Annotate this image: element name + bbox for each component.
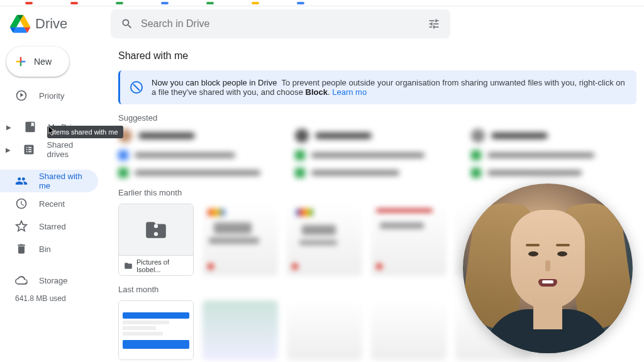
sidebar: New Priority ▶ My Drive ▶ Shared drives …	[0, 41, 106, 362]
sidebar-item-label: Priority	[39, 91, 64, 101]
product-name: Drive	[35, 16, 67, 32]
file-card[interactable]	[287, 204, 362, 276]
cloud-icon	[15, 274, 28, 287]
bin-icon	[15, 243, 28, 255]
shared-with-me-icon	[15, 175, 28, 187]
file-name: Pictures of Isobel...	[136, 258, 188, 273]
plus-icon	[14, 55, 28, 69]
browser-tab-strip	[0, 0, 644, 6]
search-bar[interactable]	[111, 9, 450, 38]
search-options-icon[interactable]	[428, 18, 440, 30]
chevron-right-icon: ▶	[5, 124, 13, 131]
folder-icon	[124, 261, 133, 270]
sidebar-item-priority[interactable]: Priority	[0, 84, 98, 107]
sidebar-item-storage[interactable]: Storage	[0, 269, 98, 292]
new-button[interactable]: New	[6, 47, 69, 77]
recent-icon	[15, 197, 28, 210]
file-card[interactable]	[371, 204, 447, 276]
info-banner: Now you can block people in Drive To pre…	[118, 70, 636, 104]
section-suggested: Suggested	[118, 113, 636, 123]
learn-more-link[interactable]: Learn mo	[332, 87, 367, 97]
banner-text: Now you can block people in Drive To pre…	[152, 78, 626, 97]
drive-logo[interactable]: Drive	[10, 14, 106, 34]
file-card[interactable]	[118, 300, 194, 360]
sidebar-item-label: Starred	[39, 222, 66, 231]
tooltip: Items shared with me	[47, 126, 123, 138]
sidebar-item-recent[interactable]: Recent	[0, 192, 98, 215]
mydrive-icon	[24, 121, 36, 133]
new-button-label: New	[34, 57, 52, 67]
suggested-grid	[118, 129, 636, 178]
sidebar-item-sharedwithme[interactable]: Shared with me	[0, 170, 98, 192]
file-card[interactable]	[203, 204, 278, 276]
sidebar-item-label: Shared drives	[47, 140, 91, 159]
star-icon	[15, 220, 28, 233]
sidebar-item-label: Bin	[39, 244, 51, 254]
page-title: Shared with me	[118, 50, 636, 62]
file-card[interactable]	[287, 300, 362, 360]
file-card[interactable]	[371, 300, 447, 360]
search-input[interactable]	[141, 18, 420, 30]
sidebar-item-starred[interactable]: Starred	[0, 215, 98, 238]
cursor-icon	[48, 126, 55, 136]
sidebar-item-shareddrives[interactable]: ▶ Shared drives	[0, 138, 98, 161]
chevron-right-icon: ▶	[5, 146, 11, 153]
shared-folder-icon	[142, 218, 170, 242]
file-card-folder[interactable]: Pictures of Isobel...	[118, 204, 194, 276]
file-card[interactable]	[203, 300, 278, 360]
sidebar-item-label: Shared with me	[39, 172, 91, 190]
shared-drives-icon	[23, 143, 35, 156]
sidebar-item-bin[interactable]: Bin	[0, 238, 98, 260]
sidebar-item-label: Storage	[39, 276, 68, 285]
storage-used: 641.8 MB used	[0, 294, 106, 303]
sidebar-item-label: Recent	[39, 199, 65, 209]
presenter-webcam	[463, 184, 633, 353]
priority-icon	[15, 89, 28, 102]
search-icon	[121, 18, 133, 30]
drive-logo-icon	[10, 14, 30, 34]
block-icon	[130, 81, 143, 94]
app-header: Drive	[0, 6, 644, 41]
